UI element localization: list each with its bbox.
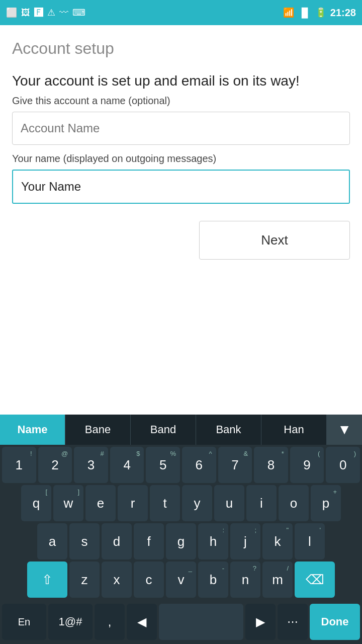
app-icon-2: 🖼	[21, 8, 30, 18]
suggestions-row: Name Bane Band Bank Han ▼	[0, 415, 362, 445]
key-g[interactable]: g	[166, 523, 196, 559]
key-q-alt: [	[45, 488, 47, 496]
key-a[interactable]: a	[37, 523, 67, 559]
spacebar-label	[200, 616, 203, 628]
done-key[interactable]: Done	[310, 604, 360, 640]
suggestion-bank[interactable]: Bank	[196, 415, 261, 445]
shift-key[interactable]: ⇧	[27, 561, 67, 598]
key-l[interactable]: 'l	[295, 523, 325, 559]
keyboard: Name Bane Band Bank Han ▼ !1 @2 #3 $4 %5…	[0, 415, 362, 644]
key-c[interactable]: c	[134, 561, 164, 598]
account-name-input[interactable]	[12, 112, 350, 145]
key-j[interactable]: ;j	[230, 523, 260, 559]
keys-area: !1 @2 #3 $4 %5 ^6 &7 *8 (9 )0 [q ]w e r …	[0, 445, 362, 602]
key-j-alt: ;	[254, 526, 256, 534]
key-d[interactable]: d	[102, 523, 132, 559]
shift-icon: ⇧	[42, 572, 53, 588]
key-1[interactable]: !1	[2, 447, 36, 483]
backspace-key[interactable]: ⌫	[295, 561, 335, 598]
key-1-alt: !	[30, 450, 32, 457]
your-name-label: Your name (displayed on outgoing message…	[12, 153, 350, 165]
key-n[interactable]: ?n	[230, 561, 260, 598]
number-row: !1 @2 #3 $4 %5 ^6 &7 *8 (9 )0	[0, 447, 362, 483]
done-label: Done	[321, 615, 349, 628]
num-key[interactable]: 1@#	[48, 604, 93, 640]
key-z[interactable]: z	[69, 561, 100, 598]
suggestion-bane[interactable]: Bane	[65, 415, 131, 445]
spacebar-key[interactable]	[159, 604, 243, 640]
dots-key[interactable]: ⋯	[278, 604, 308, 640]
key-5-alt: %	[170, 450, 176, 457]
key-2-alt: @	[61, 450, 68, 457]
battery-icon: 🔋	[315, 7, 326, 18]
warning-icon: ⚠	[47, 7, 55, 18]
your-name-input[interactable]	[12, 170, 350, 204]
key-3-alt: #	[101, 450, 104, 457]
key-e[interactable]: e	[85, 485, 116, 521]
key-w[interactable]: ]w	[53, 485, 83, 521]
key-4-alt: $	[136, 450, 140, 457]
right-arrow-key[interactable]: ▶	[245, 604, 276, 640]
key-v-alt: _	[189, 565, 192, 572]
suggestion-han[interactable]: Han	[261, 415, 327, 445]
key-p[interactable]: +p	[311, 485, 341, 521]
key-n-alt: ?	[253, 565, 256, 572]
comma-key[interactable]: ,	[95, 604, 125, 640]
key-s[interactable]: s	[69, 523, 100, 559]
zxcv-row: ⇧ z x c _v -b ?n /m ⌫	[0, 561, 362, 598]
app-icon-1: ⬜	[6, 7, 17, 18]
key-h-alt: :	[222, 526, 224, 534]
backspace-icon: ⌫	[306, 572, 324, 588]
key-9-alt: (	[318, 450, 320, 457]
key-f[interactable]: f	[134, 523, 164, 559]
key-8[interactable]: *8	[254, 447, 288, 483]
key-9[interactable]: (9	[290, 447, 324, 483]
status-time: 21:28	[330, 7, 356, 19]
app-icon-3: 🅵	[34, 8, 43, 18]
keyboard-icon: ⌨	[72, 7, 85, 18]
key-r[interactable]: r	[118, 485, 148, 521]
wifi-icon-2: 〰	[59, 8, 68, 18]
suggestion-name[interactable]: Name	[0, 415, 65, 445]
key-l-alt: '	[320, 526, 321, 534]
key-i[interactable]: i	[246, 485, 277, 521]
key-7-alt: &	[244, 450, 248, 457]
key-x[interactable]: x	[102, 561, 132, 598]
key-u[interactable]: u	[214, 485, 244, 521]
chevron-down-icon: ▼	[337, 422, 351, 438]
key-3[interactable]: #3	[74, 447, 108, 483]
key-7[interactable]: &7	[218, 447, 252, 483]
key-p-alt: +	[333, 488, 337, 496]
suggestion-band[interactable]: Band	[131, 415, 196, 445]
wifi-icon: 📶	[283, 7, 294, 18]
key-2[interactable]: @2	[38, 447, 72, 483]
key-k[interactable]: "k	[262, 523, 293, 559]
key-v[interactable]: _v	[166, 561, 196, 598]
page-title: Account setup	[12, 39, 350, 58]
key-t[interactable]: t	[150, 485, 180, 521]
dots-label: ⋯	[287, 615, 298, 628]
key-0[interactable]: )0	[326, 447, 360, 483]
key-k-alt: "	[286, 526, 289, 534]
key-w-alt: ]	[77, 488, 79, 496]
key-m[interactable]: /m	[262, 561, 293, 598]
suggestions-expand[interactable]: ▼	[327, 415, 362, 445]
key-q[interactable]: [q	[21, 485, 51, 521]
signal-icon: ▐▌	[298, 8, 311, 18]
language-key[interactable]: En	[2, 604, 46, 640]
account-name-label: Give this account a name (optional)	[12, 95, 350, 107]
key-y[interactable]: y	[182, 485, 212, 521]
left-arrow-icon: ◀	[137, 615, 146, 629]
key-5[interactable]: %5	[146, 447, 180, 483]
left-arrow-key[interactable]: ◀	[127, 604, 157, 640]
key-4[interactable]: $4	[110, 447, 144, 483]
key-o[interactable]: o	[279, 485, 309, 521]
bottom-row: En 1@# , ◀ ▶ ⋯ Done	[0, 602, 362, 644]
key-b-alt: -	[222, 565, 224, 572]
next-button[interactable]: Next	[199, 221, 350, 260]
status-bar: ⬜ 🖼 🅵 ⚠ 〰 ⌨ 📶 ▐▌ 🔋 21:28	[0, 0, 362, 25]
key-6[interactable]: ^6	[182, 447, 216, 483]
key-b[interactable]: -b	[198, 561, 228, 598]
success-message: Your account is set up and email is on i…	[12, 72, 350, 90]
key-h[interactable]: :h	[198, 523, 228, 559]
